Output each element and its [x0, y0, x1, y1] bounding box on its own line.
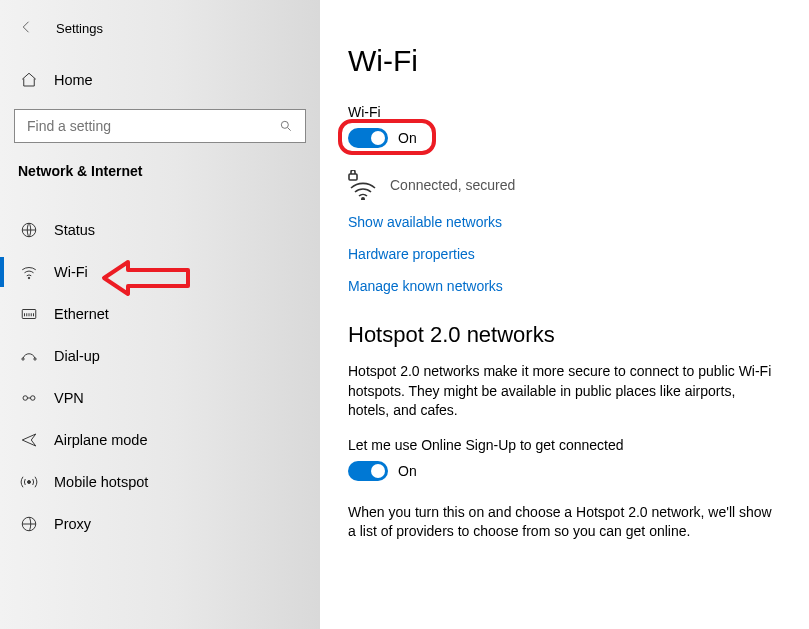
nav-list: Status Wi-Fi Ethernet Dial-up VPN Airpla… [0, 209, 320, 545]
wifi-label: Wi-Fi [348, 104, 777, 120]
hotspot-icon [20, 473, 38, 491]
ethernet-icon [20, 305, 38, 323]
svg-point-0 [281, 121, 288, 128]
svg-point-2 [28, 277, 30, 279]
wifi-lock-icon [348, 170, 378, 200]
hotspot-para2: When you turn this on and choose a Hotsp… [348, 503, 777, 542]
sidebar-item-dialup[interactable]: Dial-up [0, 335, 320, 377]
hotspot-toggle-state: On [398, 463, 417, 479]
airplane-icon [20, 431, 38, 449]
sidebar-item-airplane[interactable]: Airplane mode [0, 419, 320, 461]
nav-label: Status [54, 222, 95, 238]
hotspot-toggle[interactable] [348, 461, 388, 481]
nav-label: Airplane mode [54, 432, 148, 448]
nav-label: Mobile hotspot [54, 474, 148, 490]
hotspot-description: Hotspot 2.0 networks make it more secure… [348, 362, 777, 421]
nav-label: Dial-up [54, 348, 100, 364]
nav-label: Proxy [54, 516, 91, 532]
nav-label: Wi-Fi [54, 264, 88, 280]
home-icon [20, 71, 38, 89]
sidebar-item-vpn[interactable]: VPN [0, 377, 320, 419]
wifi-toggle-state: On [398, 130, 417, 146]
sidebar-item-ethernet[interactable]: Ethernet [0, 293, 320, 335]
link-available-networks[interactable]: Show available networks [348, 214, 777, 230]
wifi-status: Connected, secured [390, 177, 515, 193]
svg-point-4 [22, 358, 24, 360]
sidebar: Settings Home Network & Internet Status … [0, 0, 320, 629]
home-button[interactable]: Home [0, 61, 320, 99]
svg-point-8 [28, 481, 31, 484]
vpn-icon [20, 389, 38, 407]
hotspot-heading: Hotspot 2.0 networks [348, 322, 777, 348]
sidebar-item-hotspot[interactable]: Mobile hotspot [0, 461, 320, 503]
nav-label: VPN [54, 390, 84, 406]
svg-point-10 [362, 198, 364, 200]
nav-label: Ethernet [54, 306, 109, 322]
home-label: Home [54, 72, 93, 88]
link-hardware-properties[interactable]: Hardware properties [348, 246, 777, 262]
sidebar-item-proxy[interactable]: Proxy [0, 503, 320, 545]
svg-point-6 [23, 396, 28, 401]
back-button[interactable] [18, 18, 36, 39]
page-title: Wi-Fi [348, 44, 777, 78]
svg-point-7 [31, 396, 36, 401]
sidebar-item-status[interactable]: Status [0, 209, 320, 251]
wifi-toggle[interactable] [348, 128, 388, 148]
svg-point-5 [34, 358, 36, 360]
search-input[interactable] [14, 109, 306, 143]
link-manage-networks[interactable]: Manage known networks [348, 278, 777, 294]
globe-icon [20, 221, 38, 239]
dialup-icon [20, 347, 38, 365]
category-heading: Network & Internet [0, 143, 320, 191]
main-content: Wi-Fi Wi-Fi On Connected, secured Show a… [320, 0, 809, 629]
sidebar-item-wifi[interactable]: Wi-Fi [0, 251, 320, 293]
proxy-icon [20, 515, 38, 533]
svg-rect-11 [349, 174, 357, 180]
wifi-icon [20, 263, 38, 281]
hotspot-opt-label: Let me use Online Sign-Up to get connect… [348, 437, 777, 453]
app-title: Settings [56, 21, 103, 36]
search-icon [279, 119, 293, 133]
